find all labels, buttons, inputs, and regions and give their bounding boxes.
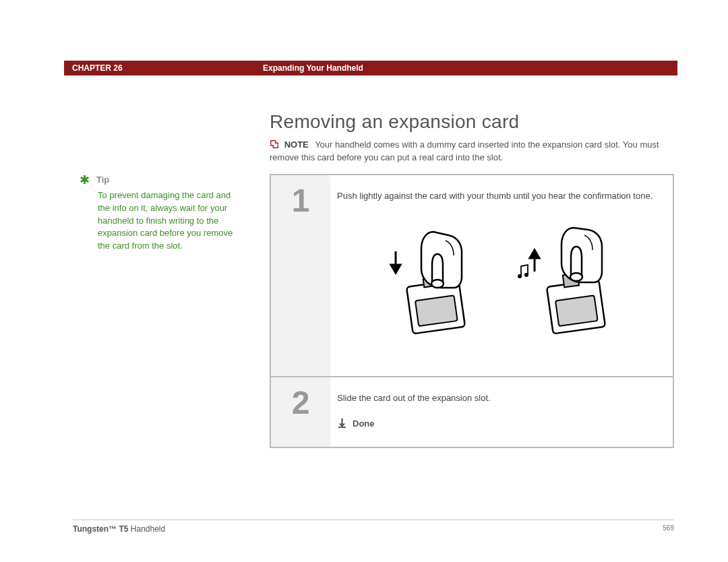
step-1-text: Push lightly against the card with your …	[337, 190, 658, 203]
svg-rect-3	[415, 295, 458, 326]
product-rest: Handheld	[128, 524, 165, 534]
tip-sidebar: ✱ Tip To prevent damaging the card and t…	[80, 174, 238, 253]
asterisk-icon: ✱	[80, 174, 90, 186]
step-content: Slide the card out of the expansion slot…	[330, 377, 673, 447]
chapter-header: CHAPTER 26 Expanding Your Handheld	[64, 61, 677, 75]
note-text: Your handheld comes with a dummy card in…	[270, 139, 659, 162]
page-footer: Tungsten™ T5 Handheld 569	[73, 520, 674, 534]
step-2: 2 Slide the card out of the expansion sl…	[271, 377, 673, 447]
done-row: Done	[337, 417, 658, 432]
step-content: Push lightly against the card with your …	[330, 175, 673, 376]
tip-header: ✱ Tip	[80, 174, 238, 187]
note-icon	[270, 139, 279, 149]
chapter-label: CHAPTER 26	[64, 63, 263, 73]
section-title: Expanding Your Handheld	[263, 63, 363, 73]
svg-point-9	[524, 273, 528, 277]
note-block: NOTE Your handheld comes with a dummy ca…	[270, 138, 674, 164]
tip-body: To prevent damaging the card and the inf…	[98, 189, 238, 253]
product-bold: Tungsten™ T5	[73, 524, 128, 534]
step-1: 1 Push lightly against the card with you…	[271, 175, 673, 377]
svg-point-8	[518, 274, 522, 278]
tip-label: Tip	[96, 174, 109, 187]
done-arrow-icon	[337, 417, 347, 432]
svg-point-13	[570, 273, 582, 281]
done-label: Done	[353, 418, 375, 431]
svg-marker-7	[530, 250, 539, 258]
illustration-push-card	[380, 223, 481, 344]
step-number: 2	[271, 377, 330, 447]
note-label: NOTE	[284, 139, 309, 150]
step-2-text: Slide the card out of the expansion slot…	[337, 392, 658, 405]
illustration-row	[337, 223, 658, 344]
page-title: Removing an expansion card	[270, 111, 519, 133]
page-number: 569	[663, 524, 674, 534]
illustration-card-tone	[514, 223, 615, 344]
svg-marker-1	[391, 265, 400, 273]
product-name: Tungsten™ T5 Handheld	[73, 524, 165, 534]
steps-box: 1 Push lightly against the card with you…	[270, 174, 674, 448]
svg-rect-11	[555, 295, 598, 326]
svg-point-5	[431, 280, 444, 288]
step-number: 1	[271, 175, 330, 376]
